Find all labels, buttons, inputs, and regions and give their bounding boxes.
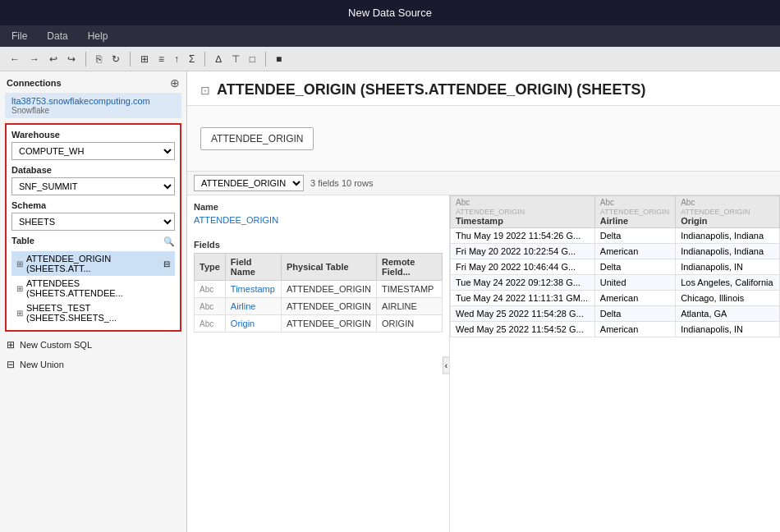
table-item-0[interactable]: ⊞ ATTENDEE_ORIGIN (SHEETS.ATT... ⊟	[11, 251, 175, 276]
grid-row: Tue May 24 2022 11:11:31 GM...AmericanCh…	[451, 291, 780, 306]
field-remote: AIRLINE	[377, 298, 443, 315]
list-button[interactable]: ≡	[155, 52, 167, 66]
fields-section-label: Fields	[194, 240, 443, 250]
union-icon: ⊟	[7, 359, 15, 370]
grid-cell: Indianapolis, IN	[676, 259, 780, 275]
menu-data[interactable]: Data	[44, 29, 71, 44]
connection-item[interactable]: lta38753.snowflakecomputing.com Snowflak…	[5, 93, 181, 118]
new-custom-sql-label: New Custom SQL	[20, 340, 92, 350]
preview-body: ‹ Name ATTENDEE_ORIGIN Fields Type Field…	[187, 195, 780, 532]
custom-sql-icon: ⊞	[7, 339, 15, 351]
preview-toolbar: ATTENDEE_ORIGIN 3 fields 10 rows	[187, 172, 780, 195]
field-physical-table: ATTENDEE_ORIGIN	[281, 298, 376, 315]
connection-name: lta38753.snowflakecomputing.com	[11, 96, 175, 106]
box-button[interactable]: □	[246, 52, 259, 66]
redo-button[interactable]: ↪	[64, 52, 79, 66]
menu-file[interactable]: File	[8, 29, 30, 44]
col-header-fieldname: Field Name	[225, 254, 281, 281]
grid-col-header: AbcATTENDEE_ORIGINOrigin	[676, 196, 780, 228]
table-icon-1: ⊞	[16, 284, 23, 293]
back-button[interactable]: ←	[7, 52, 23, 66]
field-type: Abc	[195, 315, 226, 332]
grid-cell: Chicago, Illinois	[676, 291, 780, 306]
table-icon-2: ⊞	[16, 309, 23, 318]
preview-table-select[interactable]: ATTENDEE_ORIGIN	[194, 175, 304, 191]
content-header: ⊡ ATTENDEE_ORIGIN (SHEETS.ATTENDEE_ORIGI…	[187, 71, 780, 106]
field-name: Airline	[225, 298, 281, 315]
table-item-1[interactable]: ⊞ ATTENDEES (SHEETS.ATTENDEE...	[11, 276, 175, 300]
grid-col-header: AbcATTENDEE_ORIGINAirline	[594, 196, 675, 228]
fields-table-row: Abc Airline ATTENDEE_ORIGIN AIRLINE	[195, 298, 443, 315]
connections-header: Connections ⊕	[0, 71, 186, 91]
grid-row: Wed May 25 2022 11:54:52 G...AmericanInd…	[451, 322, 780, 337]
new-custom-sql-action[interactable]: ⊞ New Custom SQL	[0, 335, 186, 355]
fields-section: Fields Type Field Name Physical Table Re…	[194, 240, 443, 332]
grid-row: Tue May 24 2022 09:12:38 G...UnitedLos A…	[451, 275, 780, 291]
grid-cell: United	[594, 275, 675, 291]
col-type: AbcATTENDEE_ORIGIN	[600, 198, 670, 216]
table-list: ⊞ ATTENDEE_ORIGIN (SHEETS.ATT... ⊟ ⊞ ATT…	[11, 251, 175, 325]
fields-table-row: Abc Origin ATTENDEE_ORIGIN ORIGIN	[195, 315, 443, 332]
format-button[interactable]: ∆	[212, 52, 224, 66]
grid-cell: Tue May 24 2022 11:11:31 GM...	[451, 291, 595, 306]
grid-cell: Atlanta, GA	[676, 306, 780, 322]
grid-col-header: AbcATTENDEE_ORIGINTimestamp	[451, 196, 595, 228]
grid-cell: Fri May 20 2022 10:22:54 G...	[451, 244, 595, 259]
col-header-physical: Physical Table	[281, 254, 376, 281]
col-name: Timestamp	[456, 216, 590, 226]
config-box: Warehouse COMPUTE_WH Database SNF_SUMMIT…	[5, 123, 181, 332]
grid-table: AbcATTENDEE_ORIGINTimestampAbcATTENDEE_O…	[450, 195, 780, 337]
table-menu-0[interactable]: ⊟	[163, 259, 170, 268]
table-search-button[interactable]: 🔍	[163, 236, 175, 247]
database-select[interactable]: SNF_SUMMIT	[11, 177, 175, 195]
table-name-0: ATTENDEE_ORIGIN (SHEETS.ATT...	[26, 254, 160, 273]
grid-cell: American	[594, 291, 675, 306]
collapse-detail-button[interactable]: ‹	[443, 356, 450, 374]
grid-row: Fri May 20 2022 10:22:54 G...AmericanInd…	[451, 244, 780, 259]
col-type: AbcATTENDEE_ORIGIN	[456, 198, 590, 216]
grid-cell: Los Angeles, California	[676, 275, 780, 291]
refresh-button[interactable]: ↻	[108, 52, 123, 66]
connections-label: Connections	[7, 78, 62, 88]
filter-button[interactable]: ⊤	[228, 52, 243, 66]
table-item-2[interactable]: ⊞ SHEETS_TEST (SHEETS.SHEETS_...	[11, 300, 175, 325]
name-section-value: ATTENDEE_ORIGIN	[194, 215, 443, 225]
forward-button[interactable]: →	[26, 52, 43, 66]
add-connection-button[interactable]: ⊕	[170, 76, 180, 89]
field-name: Timestamp	[225, 281, 281, 298]
undo-button[interactable]: ↩	[46, 52, 61, 66]
name-section: Name ATTENDEE_ORIGIN	[194, 202, 443, 232]
export-button[interactable]: ■	[273, 52, 285, 66]
content-header-title: ATTENDEE_ORIGIN (SHEETS.ATTENDEE_ORIGIN)…	[217, 81, 645, 99]
table-chip[interactable]: ATTENDEE_ORIGIN	[200, 127, 314, 150]
warehouse-select[interactable]: COMPUTE_WH	[11, 142, 175, 160]
grid-button[interactable]: ⊞	[137, 52, 152, 66]
toolbar: ← → ↩ ↪ ⎘ ↻ ⊞ ≡ ↑ Σ ∆ ⊤ □ ■	[0, 47, 780, 71]
warehouse-label: Warehouse	[11, 130, 175, 140]
schema-select[interactable]: SHEETS	[11, 213, 175, 231]
canvas-area: ATTENDEE_ORIGIN	[187, 106, 780, 172]
grid-cell: Delta	[594, 306, 675, 322]
table-label: Table	[11, 236, 34, 245]
menu-bar: File Data Help	[0, 25, 780, 47]
menu-help[interactable]: Help	[85, 29, 112, 44]
new-union-action[interactable]: ⊟ New Union	[0, 355, 186, 374]
field-physical-table: ATTENDEE_ORIGIN	[281, 281, 376, 298]
content-header-icon: ⊡	[200, 84, 210, 97]
data-grid[interactable]: AbcATTENDEE_ORIGINTimestampAbcATTENDEE_O…	[450, 195, 780, 532]
sum-button[interactable]: Σ	[186, 52, 198, 66]
fields-info: 3 fields 10 rows	[310, 178, 373, 188]
field-type: Abc	[195, 298, 226, 315]
fields-table: Type Field Name Physical Table Remote Fi…	[194, 253, 443, 332]
grid-cell: Wed May 25 2022 11:54:52 G...	[451, 322, 595, 337]
title-bar: New Data Source	[0, 0, 780, 25]
col-name: Origin	[681, 216, 774, 226]
field-physical-table: ATTENDEE_ORIGIN	[281, 315, 376, 332]
sort-button[interactable]: ↑	[171, 52, 182, 66]
col-name: Airline	[600, 216, 670, 226]
field-type: Abc	[195, 281, 226, 298]
copy-button[interactable]: ⎘	[93, 52, 105, 66]
grid-cell: Tue May 24 2022 09:12:38 G...	[451, 275, 595, 291]
title-text: New Data Source	[348, 7, 432, 19]
table-icon-0: ⊞	[16, 259, 23, 268]
